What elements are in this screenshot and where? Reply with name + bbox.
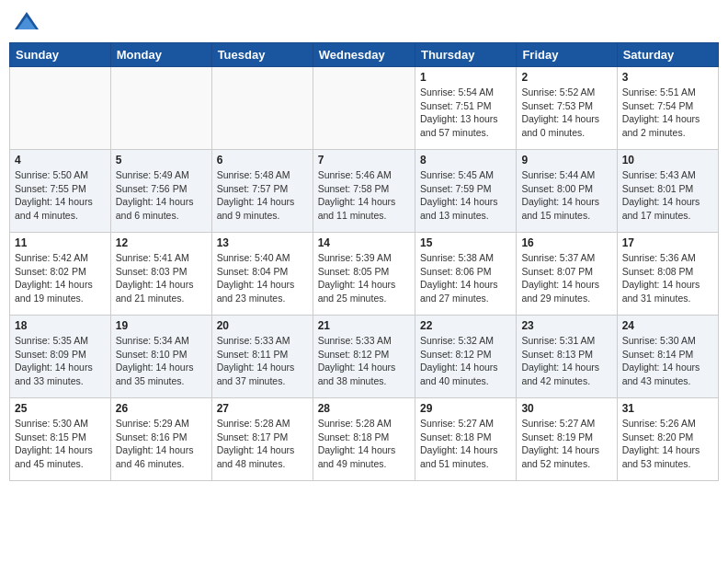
calendar-cell: 3Sunrise: 5:51 AM Sunset: 7:54 PM Daylig… [617,67,718,150]
calendar-cell [10,67,111,150]
day-number: 26 [116,402,207,415]
logo-icon [13,9,40,37]
calendar-cell: 16Sunrise: 5:37 AM Sunset: 8:07 PM Dayli… [517,233,617,316]
calendar-cell: 10Sunrise: 5:43 AM Sunset: 8:01 PM Dayli… [617,150,718,233]
calendar-cell: 8Sunrise: 5:45 AM Sunset: 7:59 PM Daylig… [415,150,516,233]
day-content: Sunrise: 5:28 AM Sunset: 8:18 PM Dayligh… [318,417,410,471]
calendar-cell: 12Sunrise: 5:41 AM Sunset: 8:03 PM Dayli… [110,233,211,316]
day-number: 18 [15,319,106,332]
calendar-cell: 7Sunrise: 5:46 AM Sunset: 7:58 PM Daylig… [313,150,415,233]
calendar-cell: 20Sunrise: 5:33 AM Sunset: 8:11 PM Dayli… [211,316,313,398]
calendar-cell: 1Sunrise: 5:54 AM Sunset: 7:51 PM Daylig… [415,67,516,150]
day-content: Sunrise: 5:34 AM Sunset: 8:10 PM Dayligh… [116,334,207,388]
day-number: 17 [622,236,713,249]
day-content: Sunrise: 5:39 AM Sunset: 8:05 PM Dayligh… [318,251,410,305]
week-row-2: 4Sunrise: 5:50 AM Sunset: 7:55 PM Daylig… [10,150,719,233]
day-number: 22 [420,319,511,332]
header-cell-wednesday: Wednesday [313,43,415,67]
logo [13,9,44,37]
calendar-cell: 18Sunrise: 5:35 AM Sunset: 8:09 PM Dayli… [10,316,111,398]
day-number: 19 [116,319,207,332]
calendar-cell: 13Sunrise: 5:40 AM Sunset: 8:04 PM Dayli… [211,233,313,316]
header-cell-saturday: Saturday [617,43,718,67]
day-number: 29 [420,402,511,415]
day-number: 2 [521,71,611,84]
calendar-cell: 25Sunrise: 5:30 AM Sunset: 8:15 PM Dayli… [10,398,111,481]
calendar-cell: 9Sunrise: 5:44 AM Sunset: 8:00 PM Daylig… [517,150,617,233]
calendar-cell: 31Sunrise: 5:26 AM Sunset: 8:20 PM Dayli… [617,398,718,481]
day-number: 24 [622,319,713,332]
calendar-cell: 14Sunrise: 5:39 AM Sunset: 8:05 PM Dayli… [313,233,415,316]
day-number: 21 [318,319,410,332]
calendar-cell [211,67,313,150]
day-content: Sunrise: 5:38 AM Sunset: 8:06 PM Dayligh… [420,251,511,305]
calendar-cell: 5Sunrise: 5:49 AM Sunset: 7:56 PM Daylig… [110,150,211,233]
day-number: 4 [15,154,106,167]
calendar-cell: 30Sunrise: 5:27 AM Sunset: 8:19 PM Dayli… [517,398,617,481]
day-number: 27 [217,402,308,415]
calendar-table: SundayMondayTuesdayWednesdayThursdayFrid… [9,42,719,481]
day-content: Sunrise: 5:52 AM Sunset: 7:53 PM Dayligh… [521,86,611,140]
calendar-cell: 29Sunrise: 5:27 AM Sunset: 8:18 PM Dayli… [415,398,516,481]
day-content: Sunrise: 5:26 AM Sunset: 8:20 PM Dayligh… [622,417,713,471]
day-number: 1 [420,71,511,84]
header-row: SundayMondayTuesdayWednesdayThursdayFrid… [10,43,719,67]
week-row-5: 25Sunrise: 5:30 AM Sunset: 8:15 PM Dayli… [10,398,719,481]
day-content: Sunrise: 5:31 AM Sunset: 8:13 PM Dayligh… [521,334,611,388]
week-row-3: 11Sunrise: 5:42 AM Sunset: 8:02 PM Dayli… [10,233,719,316]
calendar-cell: 19Sunrise: 5:34 AM Sunset: 8:10 PM Dayli… [110,316,211,398]
day-content: Sunrise: 5:37 AM Sunset: 8:07 PM Dayligh… [521,251,611,305]
day-number: 10 [622,154,713,167]
calendar-cell [313,67,415,150]
day-content: Sunrise: 5:27 AM Sunset: 8:19 PM Dayligh… [521,417,611,471]
day-content: Sunrise: 5:33 AM Sunset: 8:11 PM Dayligh… [217,334,308,388]
day-content: Sunrise: 5:50 AM Sunset: 7:55 PM Dayligh… [15,168,106,223]
day-content: Sunrise: 5:32 AM Sunset: 8:12 PM Dayligh… [420,334,511,388]
day-content: Sunrise: 5:44 AM Sunset: 8:00 PM Dayligh… [521,168,611,223]
calendar-header: SundayMondayTuesdayWednesdayThursdayFrid… [10,43,719,67]
day-number: 15 [420,236,511,249]
day-content: Sunrise: 5:46 AM Sunset: 7:58 PM Dayligh… [318,168,410,223]
calendar-cell: 6Sunrise: 5:48 AM Sunset: 7:57 PM Daylig… [211,150,313,233]
day-number: 16 [521,236,611,249]
day-content: Sunrise: 5:40 AM Sunset: 8:04 PM Dayligh… [217,251,308,305]
calendar-body: 1Sunrise: 5:54 AM Sunset: 7:51 PM Daylig… [10,67,719,481]
calendar-cell: 21Sunrise: 5:33 AM Sunset: 8:12 PM Dayli… [313,316,415,398]
day-content: Sunrise: 5:41 AM Sunset: 8:03 PM Dayligh… [116,251,207,305]
day-content: Sunrise: 5:49 AM Sunset: 7:56 PM Dayligh… [116,168,207,223]
day-number: 23 [521,319,611,332]
calendar-cell: 27Sunrise: 5:28 AM Sunset: 8:17 PM Dayli… [211,398,313,481]
day-content: Sunrise: 5:30 AM Sunset: 8:15 PM Dayligh… [15,417,106,471]
day-number: 7 [318,154,410,167]
page-header [9,9,719,37]
day-content: Sunrise: 5:33 AM Sunset: 8:12 PM Dayligh… [318,334,410,388]
header-cell-tuesday: Tuesday [211,43,313,67]
calendar-cell: 24Sunrise: 5:30 AM Sunset: 8:14 PM Dayli… [617,316,718,398]
header-cell-thursday: Thursday [415,43,516,67]
day-number: 14 [318,236,410,249]
day-content: Sunrise: 5:51 AM Sunset: 7:54 PM Dayligh… [622,86,713,140]
day-number: 28 [318,402,410,415]
day-number: 31 [622,402,713,415]
day-content: Sunrise: 5:42 AM Sunset: 8:02 PM Dayligh… [15,251,106,305]
header-cell-monday: Monday [110,43,211,67]
day-number: 9 [521,154,611,167]
day-number: 8 [420,154,511,167]
header-cell-sunday: Sunday [10,43,111,67]
day-content: Sunrise: 5:35 AM Sunset: 8:09 PM Dayligh… [15,334,106,388]
day-number: 11 [15,236,106,249]
calendar-cell: 26Sunrise: 5:29 AM Sunset: 8:16 PM Dayli… [110,398,211,481]
day-content: Sunrise: 5:28 AM Sunset: 8:17 PM Dayligh… [217,417,308,471]
calendar-cell: 28Sunrise: 5:28 AM Sunset: 8:18 PM Dayli… [313,398,415,481]
day-number: 25 [15,402,106,415]
day-content: Sunrise: 5:48 AM Sunset: 7:57 PM Dayligh… [217,168,308,223]
calendar-cell: 11Sunrise: 5:42 AM Sunset: 8:02 PM Dayli… [10,233,111,316]
calendar-cell: 17Sunrise: 5:36 AM Sunset: 8:08 PM Dayli… [617,233,718,316]
day-content: Sunrise: 5:45 AM Sunset: 7:59 PM Dayligh… [420,168,511,223]
header-cell-friday: Friday [517,43,617,67]
day-content: Sunrise: 5:27 AM Sunset: 8:18 PM Dayligh… [420,417,511,471]
day-content: Sunrise: 5:29 AM Sunset: 8:16 PM Dayligh… [116,417,207,471]
week-row-1: 1Sunrise: 5:54 AM Sunset: 7:51 PM Daylig… [10,67,719,150]
day-number: 3 [622,71,713,84]
day-number: 20 [217,319,308,332]
